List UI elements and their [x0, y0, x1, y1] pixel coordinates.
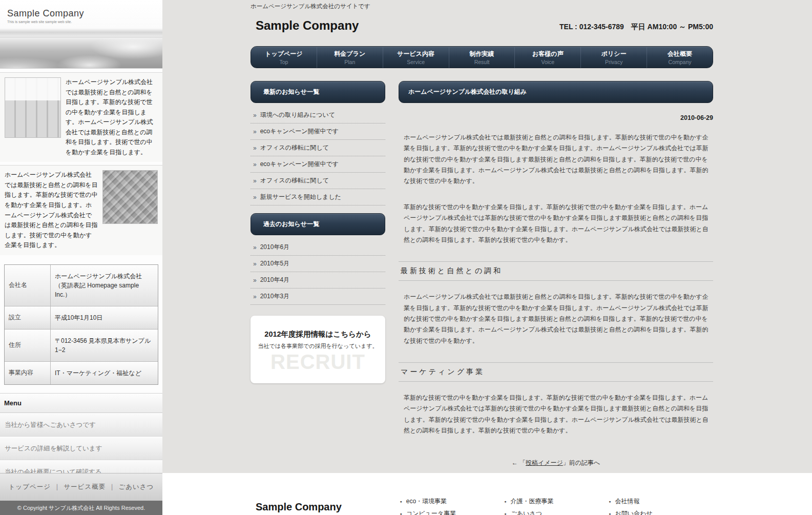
table-value: 平成10年1月10日	[51, 306, 158, 329]
previous-article-link[interactable]: 投稿イメージ	[526, 459, 563, 466]
sidebar-footer-links: トップページ ｜ サービス概要 ｜ ごあいさつ	[0, 473, 162, 501]
main-header: Sample Company TEL : 012-345-6789 平日 AM1…	[251, 18, 713, 33]
archive-item[interactable]: »2010年6月	[251, 239, 385, 256]
article-paragraph: 革新的な技術で世の中を動かす企業を目指します。革新的な技術で世の中を動かす企業を…	[404, 202, 712, 245]
table-label: 設立	[5, 306, 51, 329]
tel-number: TEL : 012-345-6789	[559, 23, 624, 31]
nav-top[interactable]: トップページ Top	[251, 47, 317, 68]
about-text: ホームページサンプル株式会社では最新技術と自然との調和を目指します。革新的な技術…	[5, 170, 98, 250]
arrow-bullet-icon: »	[253, 128, 257, 135]
sidebar-item-greeting[interactable]: 当社から皆様へごあいさつです	[0, 414, 162, 437]
recruit-watermark: RECRUIT	[251, 351, 385, 374]
news-list: »環境への取り組みについて »ecoキャンペーン開催中です »オフィスの移転に関…	[251, 107, 385, 205]
page-title: Sample Company	[256, 18, 359, 33]
archive-item[interactable]: »2010年3月	[251, 289, 385, 305]
news-item[interactable]: »環境への取り組みについて	[251, 107, 385, 123]
footer-logo: Sample Company	[251, 496, 400, 515]
terrace-table-photo	[102, 170, 158, 224]
sidebar: Sample Company This is sample web site s…	[0, 0, 162, 515]
footer-link[interactable]: ●会社情報	[609, 497, 713, 506]
table-value: 〒012-3456 見本県見本市サンプル1−2	[51, 329, 158, 361]
arrow-bullet-icon: »	[253, 194, 257, 201]
table-value: ホームページサンプル株式会社	[55, 272, 154, 281]
footer-link[interactable]: ●eco・環境事業	[400, 497, 504, 506]
footer-link-service[interactable]: サービス概要	[64, 483, 106, 491]
article-paragraph: ホームページサンプル株式会社では最新技術と自然との調和を目指します。革新的な技術…	[404, 132, 712, 187]
company-info-table: 会社名 ホームページサンプル株式会社 （英語表記 Homepage sample…	[4, 264, 158, 385]
footer-column-business: ●eco・環境事業 ●コンピュータ事業 ●飲食店事業	[400, 496, 504, 515]
article-paragraph: 革新的な技術で世の中を動かす企業を目指します。革新的な技術で世の中を動かす企業を…	[404, 393, 712, 436]
news-item[interactable]: »オフィスの移転に関して	[251, 173, 385, 189]
archive-list: »2010年6月 »2010年5月 »2010年4月 »2010年3月	[251, 239, 385, 305]
article-title: ホームページサンプル株式会社の取り組み	[399, 81, 713, 103]
table-label: 事業内容	[5, 362, 51, 384]
recruit-banner[interactable]: 2012年度採用情報はこちらから 当社では各事業部での採用を行なっています。 R…	[251, 316, 385, 383]
table-row: 設立 平成10年1月10日	[5, 306, 158, 329]
footer-column-company: ●会社情報 ●お問い合わせ ●サイトマップ	[609, 496, 713, 515]
arrow-bullet-icon: »	[253, 161, 257, 168]
main-navigation: トップページ Top 料金プラン Plan サービス内容 Service 制作実…	[251, 46, 713, 68]
recruit-title: 2012年度採用情報はこちらから	[251, 329, 385, 339]
news-item[interactable]: »ecoキャンペーン開催中です	[251, 156, 385, 173]
footer-link[interactable]: ●コンピュータ事業	[400, 509, 504, 515]
footer-link[interactable]: ●お問い合わせ	[609, 509, 713, 515]
nav-plan[interactable]: 料金プラン Plan	[317, 47, 383, 68]
tel-info: TEL : 012-345-6789 平日 AM10:00 ～ PM5:00	[559, 23, 713, 33]
table-label: 住所	[5, 329, 51, 361]
news-sidebar: 最新のお知らせ一覧 »環境への取り組みについて »ecoキャンペーン開催中です …	[251, 81, 385, 467]
table-row: 住所 〒012-3456 見本県見本市サンプル1−2	[5, 329, 158, 362]
nav-privacy[interactable]: ポリシー Privacy	[581, 47, 647, 68]
sidebar-about-block-1: ホームページサンプル株式会社では最新技術と自然との調和を目指します。革新的な技術…	[0, 72, 162, 162]
sidebar-item-service-detail[interactable]: サービスの詳細を解説しています	[0, 438, 162, 460]
nav-voice[interactable]: お客様の声 Voice	[515, 47, 581, 68]
main-footer: Sample Company ●eco・環境事業 ●コンピュータ事業 ●飲食店事…	[251, 496, 713, 515]
previous-article-nav: ← 「投稿イメージ」前の記事へ	[399, 459, 713, 467]
prev-suffix: 」前の記事へ	[563, 459, 600, 466]
office-chair-photo	[5, 77, 61, 138]
arrow-bullet-icon: »	[253, 145, 257, 152]
section-heading-marketing: マーケティング事業	[399, 362, 713, 382]
arrow-bullet-icon: »	[253, 244, 257, 251]
table-value: IT・マーケティング・福祉など	[51, 362, 158, 384]
bullet-icon: ●	[400, 500, 402, 503]
footer-link[interactable]: ●介護・医療事業	[504, 497, 609, 506]
arrow-bullet-icon: »	[253, 277, 257, 284]
menu-heading: Menu	[0, 393, 162, 413]
footer-column-services: ●介護・医療事業 ●ごあいさつ ●サービス概要	[504, 496, 609, 515]
arrow-bullet-icon: »	[253, 177, 257, 184]
nav-company[interactable]: 会社概要 Company	[647, 47, 713, 68]
arrow-bullet-icon: »	[253, 293, 257, 300]
logo-tagline: This is sample web site sample web site.	[7, 20, 162, 24]
about-text: ホームページサンプル株式会社では最新技術と自然との調和を目指します。革新的な技術…	[66, 77, 158, 157]
site-description: ホームページサンプル株式会社のサイトです	[251, 0, 713, 10]
separator: ｜	[54, 483, 60, 491]
news-item[interactable]: »新規サービスを開始しました	[251, 189, 385, 205]
footer-link[interactable]: ●ごあいさつ	[504, 509, 609, 515]
arrow-bullet-icon: »	[253, 112, 257, 119]
article-paragraph: ホームページサンプル株式会社では最新技術と自然との調和を目指します。革新的な技術…	[404, 292, 712, 346]
nav-result[interactable]: 制作実績 Result	[449, 47, 515, 68]
section-heading-harmony: 最新技術と自然との調和	[399, 261, 713, 281]
archive-item[interactable]: »2010年5月	[251, 256, 385, 272]
article: ホームページサンプル株式会社の取り組み 2010-06-29 ホームページサンプ…	[399, 81, 713, 467]
recruit-subtitle: 当社では各事業部での採用を行なっています。	[251, 342, 385, 350]
news-item[interactable]: »ecoキャンペーン開催中です	[251, 123, 385, 140]
sidebar-copyright: © Copyright サンプル株式会社 All Rights Reseved.	[0, 501, 162, 515]
separator: ｜	[109, 483, 115, 491]
sidebar-logo[interactable]: Sample Company This is sample web site s…	[0, 0, 162, 37]
table-row: 事業内容 IT・マーケティング・福祉など	[5, 362, 158, 384]
news-list-header: 最新のお知らせ一覧	[251, 81, 385, 103]
footer-link-greeting[interactable]: ごあいさつ	[118, 483, 154, 491]
footer-link-top[interactable]: トップページ	[9, 483, 51, 491]
bullet-icon: ●	[609, 500, 611, 503]
news-item[interactable]: »オフィスの移転に関して	[251, 140, 385, 156]
main-content: ホームページサンプル株式会社のサイトです Sample Company TEL …	[162, 0, 812, 473]
table-value-2: （英語表記 Homepage sample Inc.）	[55, 281, 154, 299]
bullet-icon: ●	[504, 512, 506, 515]
article-date: 2010-06-29	[399, 114, 713, 121]
logo-title: Sample Company	[7, 8, 162, 19]
sidebar-about-block-2: ホームページサンプル株式会社では最新技術と自然との調和を目指します。革新的な技術…	[0, 165, 162, 255]
prev-prefix: ← 「	[512, 459, 526, 466]
archive-item[interactable]: »2010年4月	[251, 272, 385, 289]
nav-service[interactable]: サービス内容 Service	[383, 47, 449, 68]
